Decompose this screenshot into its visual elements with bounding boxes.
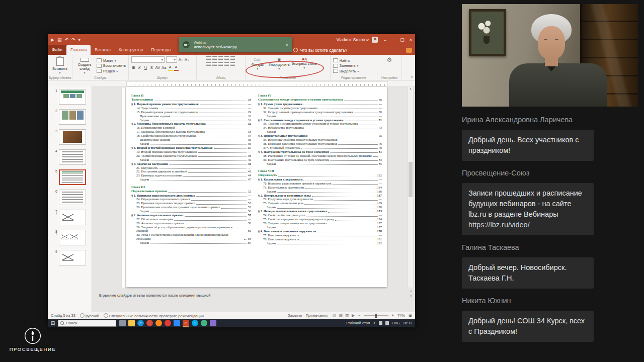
section-button[interactable]: Раздел▾ [97,69,126,73]
restore-button[interactable]: ▢ [398,37,407,42]
opera-icon[interactable] [165,320,171,326]
notes-button[interactable]: Заметки [288,313,302,318]
tab-Вставка[interactable]: Вставка [91,45,115,55]
app-purple-icon[interactable] [210,320,216,326]
scroll-up-icon[interactable]: ▲ [408,86,413,91]
task-view-icon[interactable] [119,320,126,326]
zoom-in-icon[interactable]: + [392,313,394,318]
qat-customize-icon[interactable]: ▾ [78,37,81,42]
align-right-icon[interactable] [218,62,223,66]
ribbon-display-icon[interactable]: ⌄ [381,37,389,42]
desktop-toolbar-label[interactable]: Рабочий стол [346,321,370,325]
bold-button[interactable]: Ж [131,65,136,70]
slide-thumbnail-4[interactable]: 4 [51,149,92,165]
layout-button[interactable]: Макет▾ [97,58,126,62]
zoom-out-icon[interactable]: − [358,313,360,318]
replace-button[interactable]: Заменить▾ [333,64,374,68]
undo-icon[interactable]: ↶ [64,37,68,42]
volume-icon[interactable] [385,321,389,325]
italic-button[interactable]: К [137,65,142,70]
previous-slide-button[interactable]: ∧ [410,290,412,293]
line-spacing-icon[interactable] [230,56,235,60]
chrome-icon[interactable] [146,320,153,326]
minimize-button[interactable]: — [389,37,398,42]
columns-icon[interactable] [230,62,235,66]
quick-styles-button[interactable]: Aa Экспресс-стили ▾ [291,56,317,75]
powerpoint-icon[interactable]: P [183,320,189,326]
new-slide-button[interactable]: Создать слайд ▾ [75,56,94,75]
align-left-icon[interactable] [206,62,211,66]
comments-button[interactable]: Примечания [306,313,328,318]
settings-button[interactable]: ⚙ [380,56,399,75]
close-button[interactable]: × [407,37,415,42]
shrink-font-icon[interactable]: A↓ [185,57,189,62]
tab-Главная[interactable]: Главная [66,45,91,55]
start-button[interactable]: ⊞ [48,320,58,326]
taskbar-search-input[interactable]: Поиск [58,320,116,327]
share-icon[interactable] [406,48,412,53]
spacing-button[interactable]: AV [155,65,160,70]
clock[interactable]: 16:11 [403,321,412,325]
slide-thumbnail-8[interactable]: 8* [51,230,92,245]
chevron-down-icon[interactable]: ∨ [285,43,288,47]
align-center-icon[interactable] [212,62,217,66]
slide-sorter-icon[interactable]: ▦ [339,313,343,318]
tab-Файл[interactable]: Файл [48,45,66,55]
bullets-icon[interactable] [206,56,211,60]
zoom-level[interactable]: 74% [397,313,405,318]
normal-view-icon[interactable]: ▤ [333,313,337,318]
account-avatar[interactable] [372,37,378,43]
collapse-ribbon-icon[interactable]: ∧ [411,75,413,79]
underline-button[interactable]: Ч [143,65,148,70]
find-button[interactable]: Найти [333,58,374,62]
change-case-button[interactable]: Аа [162,65,166,70]
redo-icon[interactable]: ↷ [71,37,75,42]
slideshow-icon[interactable]: ▶ [51,37,54,42]
justify-icon[interactable] [224,62,229,66]
vertical-scrollbar[interactable]: ▲ [408,86,414,288]
slide-thumbnail-5[interactable]: 5 [51,169,92,185]
network-icon[interactable] [379,321,382,325]
edge-icon[interactable]: e [137,320,144,326]
next-slide-button[interactable]: ∨ [410,294,412,297]
skype-icon[interactable]: S [192,320,198,326]
reset-button[interactable]: Восстановить [97,64,126,68]
firefox-icon[interactable] [155,320,162,326]
scrollbar-thumb[interactable] [409,162,413,197]
shapes-button[interactable]: □○▷ Фигуры ▾ [248,56,267,75]
arrange-button[interactable]: ▣ Упорядочить ▾ [270,56,289,75]
indent-increase-icon[interactable] [224,56,229,60]
grow-font-icon[interactable]: A↑ [179,57,183,62]
indent-decrease-icon[interactable] [218,56,223,60]
zoom-slider[interactable] [364,315,388,316]
highlight-color-button[interactable]: А [168,64,173,71]
slideshow-view-icon[interactable]: ▶ [352,313,355,318]
language-indicator[interactable]: русский [80,313,99,318]
font-name-select[interactable]: ▾ [131,56,165,63]
zoom-icon[interactable] [174,320,180,326]
app-green-icon[interactable] [201,320,207,326]
tab-Конструктор[interactable]: Конструктор [115,45,147,55]
folder-icon[interactable] [128,320,135,326]
paste-button[interactable]: Вставить ▾ [50,56,69,75]
tray-chevron-icon[interactable]: ∧ [373,321,375,325]
accessibility-status[interactable]: Специальные возможности: проверьте реком… [104,313,204,318]
font-color-button[interactable]: А [174,64,179,71]
webcam-permission-notification[interactable]: Webinar использует веб-камеру ∨ [179,37,292,52]
chat-link[interactable]: https://lbz.ru/video/ [468,221,530,229]
numbering-icon[interactable] [212,56,217,60]
tell-me-box[interactable]: Что вы хотите сделать? [290,45,350,55]
slide-thumbnail-1[interactable]: 1 [51,89,92,105]
tab-Переходы[interactable]: Переходы [147,45,175,55]
font-size-select[interactable]: ▾ [166,56,177,63]
slide-thumbnail-9[interactable]: 9 [51,250,92,265]
keyboard-language[interactable]: ENG [392,321,400,325]
select-button[interactable]: Выделить▾ [333,69,374,73]
save-icon[interactable]: ▤ [57,37,62,42]
reading-view-icon[interactable]: ▥ [345,313,349,318]
slide-thumbnail-2[interactable]: 2 [51,109,92,125]
shadow-button[interactable]: S [149,65,154,70]
slide-thumbnail-6[interactable]: 6 [51,190,92,205]
slide-thumbnail-3[interactable]: 3 [51,129,92,145]
fit-slide-icon[interactable]: ▣ [409,313,412,318]
